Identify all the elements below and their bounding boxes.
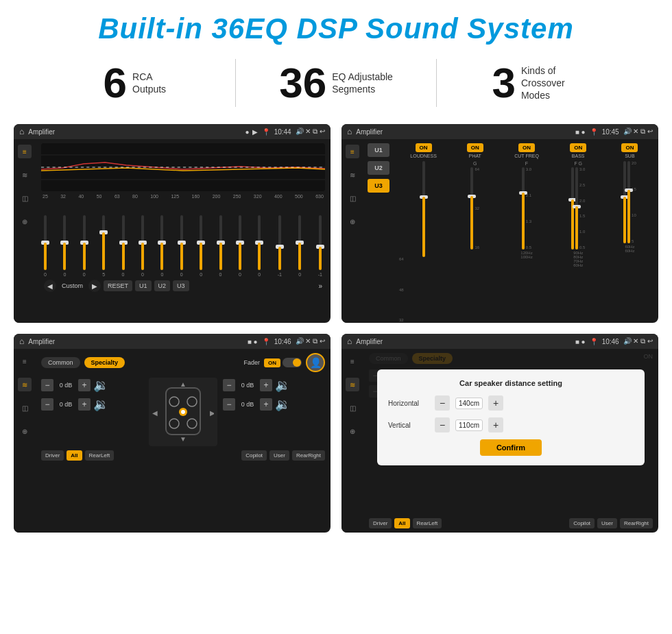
bass-on-btn[interactable]: ON	[570, 143, 586, 152]
eq-track-0[interactable]	[44, 215, 47, 270]
copilot-button[interactable]: Copilot	[241, 450, 267, 461]
distance-user-button[interactable]: User	[597, 518, 617, 528]
sidebar4-eq-icon[interactable]: ≡	[346, 354, 359, 368]
cutfreq-slider1[interactable]	[522, 167, 525, 249]
eq-track-2[interactable]	[83, 215, 86, 270]
screen2-topbar: ⌂ Amplifier ■ ● 📍 10:45 🔊 ✕ ⧉ ↩	[341, 124, 658, 139]
sidebar4-wave-icon[interactable]: ≋	[346, 378, 359, 391]
vol-fr-plus[interactable]: +	[260, 379, 272, 391]
sub-on-btn[interactable]: ON	[621, 143, 638, 152]
rearleft-button[interactable]: RearLeft	[85, 450, 115, 461]
eq-track-11[interactable]	[258, 215, 261, 270]
sidebar2-wave-icon[interactable]: ≋	[346, 168, 359, 182]
vol-fl-plus[interactable]: +	[78, 379, 91, 391]
vertical-plus-button[interactable]: +	[488, 417, 503, 432]
sidebar-wave-icon[interactable]: ≋	[18, 168, 32, 182]
screen2-crossover-main: U1 U2 U3 ON LOUDNESS	[363, 139, 658, 323]
screen2-home-icon: ⌂	[347, 127, 352, 136]
phat-slider1[interactable]	[470, 167, 473, 249]
eq-track-10[interactable]	[239, 215, 241, 270]
eq-track-9[interactable]	[219, 215, 222, 270]
eq-track-8[interactable]	[200, 215, 202, 270]
u2-button[interactable]: U2	[368, 161, 389, 175]
bass-slider2[interactable]	[575, 167, 578, 249]
sidebar4-speaker-icon[interactable]: ◫	[346, 401, 359, 415]
eq-prev-button[interactable]: ◀	[44, 280, 56, 292]
eq-track-12[interactable]	[278, 215, 281, 270]
bass-slider1[interactable]	[571, 167, 574, 249]
fader-diagram: ▲ ▼ ◀ ▶	[149, 378, 217, 446]
vol-rl-minus[interactable]: −	[41, 398, 53, 411]
common-tab-button[interactable]: Common	[41, 357, 80, 368]
eq-track-1[interactable]	[63, 215, 66, 270]
eq-track-14[interactable]	[319, 215, 322, 270]
fader-bottom-buttons: Driver All RearLeft Copilot User RearRig…	[41, 450, 325, 461]
bass-hz-labels: 90Hz 80Hz 70Hz 60Hz	[573, 251, 583, 267]
vertical-minus-button[interactable]: −	[435, 417, 450, 432]
fader-user-avatar[interactable]: 👤	[306, 353, 325, 372]
eq-track-4[interactable]	[122, 215, 125, 270]
specialty-tab-button[interactable]: Specialty	[84, 357, 125, 368]
eq-reset-button[interactable]: RESET	[104, 280, 132, 291]
sidebar3-crossover-icon[interactable]: ⊕	[18, 424, 32, 438]
eq-track-6[interactable]	[160, 215, 163, 270]
eq-track-3[interactable]	[102, 215, 105, 270]
sidebar-eq-icon[interactable]: ≡	[18, 145, 32, 158]
cutfreq-on-btn[interactable]: ON	[518, 143, 535, 152]
sub-slider1[interactable]	[623, 161, 626, 243]
eq-slider-0: 0	[44, 215, 47, 277]
eq-freq-labels: 25 32 40 50 63 80 100 125 160 200 250 32…	[41, 194, 325, 199]
sidebar-speaker-icon[interactable]: ◫	[18, 191, 32, 205]
distance-driver-button[interactable]: Driver	[369, 518, 392, 528]
sidebar2-speaker-icon[interactable]: ◫	[346, 191, 359, 205]
loudness-on-btn[interactable]: ON	[416, 143, 432, 152]
horizontal-plus-button[interactable]: +	[488, 395, 503, 411]
vol-fl-minus[interactable]: −	[41, 379, 53, 391]
vol-rr-plus[interactable]: +	[260, 398, 272, 411]
sidebar3-wave-icon[interactable]: ≋	[18, 378, 32, 391]
page-header: Built-in 36EQ DSP Sound System	[0, 0, 672, 52]
distance-all-button[interactable]: All	[394, 518, 409, 528]
eq-u3-button[interactable]: U3	[173, 280, 189, 291]
eq-track-13[interactable]	[298, 215, 301, 270]
eq-slider-1: 0	[63, 215, 66, 277]
vol-fr-minus[interactable]: −	[223, 379, 235, 391]
distance-copilot-button[interactable]: Copilot	[569, 518, 595, 528]
sub-slider2[interactable]	[627, 161, 630, 243]
screen2-status-icons: ■ ●	[575, 128, 586, 136]
sidebar3-speaker-icon[interactable]: ◫	[18, 401, 32, 415]
sidebar4-crossover-icon[interactable]: ⊕	[346, 424, 359, 438]
vol-rr-minus[interactable]: −	[223, 398, 235, 411]
eq-track-5[interactable]	[141, 215, 144, 270]
driver-button[interactable]: Driver	[41, 450, 64, 461]
eq-track-7[interactable]	[180, 215, 183, 270]
confirm-button[interactable]: Confirm	[480, 439, 542, 456]
loudness-slider[interactable]	[422, 161, 425, 257]
eq-u1-button[interactable]: U1	[135, 280, 152, 291]
user-button[interactable]: User	[269, 450, 289, 461]
svg-point-8	[169, 419, 179, 428]
fader-toggle[interactable]	[283, 358, 302, 367]
fader-on-button[interactable]: ON	[264, 358, 280, 367]
distance-rearright-button[interactable]: RearRight	[620, 518, 653, 528]
distance-rearleft-button[interactable]: RearLeft	[413, 518, 442, 528]
eq-u2-button[interactable]: U2	[154, 280, 171, 291]
phat-freq-mid: 32	[475, 206, 479, 210]
eq-next-button[interactable]: ▶	[88, 280, 101, 292]
eq-more-icon: »	[318, 282, 322, 290]
sidebar2-eq-icon[interactable]: ≡	[346, 145, 359, 158]
screen1-system-icons: 🔊 ✕ ⧉ ↩	[296, 127, 325, 136]
sub-freq-1: 20	[632, 161, 636, 165]
vol-rl-plus[interactable]: +	[78, 398, 91, 411]
u1-button[interactable]: U1	[368, 143, 389, 157]
sidebar2-crossover-icon[interactable]: ⊕	[346, 215, 359, 228]
rearright-button[interactable]: RearRight	[292, 450, 325, 461]
sidebar-crossover-icon[interactable]: ⊕	[18, 215, 32, 228]
screen3-system-icons: 🔊 ✕ ⧉ ↩	[296, 337, 325, 345]
all-button[interactable]: All	[67, 450, 82, 461]
bg-common-tab: Common	[369, 353, 408, 364]
u3-button[interactable]: U3	[368, 179, 389, 193]
phat-on-btn[interactable]: ON	[467, 143, 483, 152]
horizontal-minus-button[interactable]: −	[435, 395, 450, 411]
sidebar3-eq-icon[interactable]: ≡	[18, 354, 32, 368]
